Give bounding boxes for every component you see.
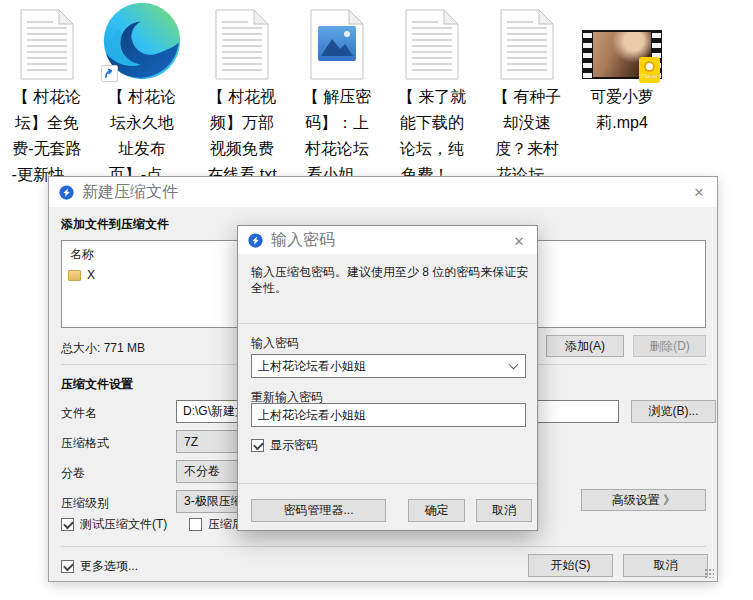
cancel-button[interactable]: 取消	[623, 554, 708, 577]
desktop-icon-file-3[interactable]: 【 村花视频】万部 视频免费在线看.txt	[196, 2, 288, 188]
checkbox-icon[interactable]	[61, 518, 74, 531]
icon-label: 可爱小萝莉.mp4	[576, 84, 668, 136]
resize-grip[interactable]	[704, 568, 714, 578]
image-file-icon	[291, 2, 383, 80]
close-icon[interactable]: ✕	[507, 230, 531, 252]
add-button[interactable]: 添加(A)	[546, 335, 624, 357]
list-item-name: X	[87, 268, 95, 282]
icon-label: 【 村花论坛永久地 址发布页】-点...	[96, 84, 188, 188]
bandizip-logo-icon	[248, 233, 263, 248]
icon-label: 【 解压密码】：上 村花论坛看小姐...	[291, 84, 383, 188]
icon-label: 【 来了就能下载的 论坛，纯免费！...	[386, 84, 478, 188]
text-document-icon	[481, 2, 573, 80]
show-password-checkbox[interactable]: 显示密码	[251, 437, 318, 454]
volume-label: 分卷	[61, 465, 85, 482]
ok-button[interactable]: 确定	[408, 499, 465, 522]
start-button[interactable]: 开始(S)	[528, 554, 613, 577]
confirm-password-input[interactable]: 上村花论坛看小姐姐	[251, 403, 526, 427]
desktop-icon-video-file[interactable]: Player 可爱小萝莉.mp4	[576, 2, 668, 136]
password-titlebar[interactable]: 输入密码 ✕	[238, 226, 537, 254]
divider	[238, 483, 537, 484]
dialog-title: 新建压缩文件	[82, 182, 178, 203]
filmstrip-sprockets-left	[583, 31, 592, 78]
folder-icon	[68, 270, 81, 281]
delete-button[interactable]: 删除(D)	[633, 335, 706, 357]
desktop-icon-file-5[interactable]: 【 来了就能下载的 论坛，纯免费！...	[386, 2, 478, 188]
desktop-icon-file-1[interactable]: 【 村花论坛】全免 费-无套路-更新快....	[1, 2, 93, 188]
new-archive-titlebar[interactable]: 新建压缩文件 ✕	[49, 177, 717, 207]
filename-label: 文件名	[61, 405, 97, 422]
checkbox-icon[interactable]	[61, 560, 74, 573]
more-options-checkbox[interactable]: 更多选项...	[61, 558, 138, 575]
after-compress-checkbox[interactable]: 压缩后	[189, 516, 244, 533]
password-hint-text: 输入压缩包密码。建议使用至少 8 位的密码来保证安全性。	[251, 264, 529, 296]
section-add-files-label: 添加文件到压缩文件	[61, 216, 169, 233]
text-document-icon	[196, 2, 288, 80]
bandizip-logo-icon	[59, 185, 74, 200]
text-document-icon	[1, 2, 93, 80]
video-thumbnail-icon: Player	[576, 2, 668, 80]
level-label: 压缩级别	[61, 495, 109, 512]
player-badge-icon: Player	[639, 57, 660, 83]
cancel-button[interactable]: 取消	[476, 499, 532, 522]
divider	[238, 323, 537, 324]
shortcut-arrow-icon	[101, 65, 118, 82]
browse-button[interactable]: 浏览(B)...	[631, 400, 716, 423]
advanced-settings-button[interactable]: 高级设置 》	[581, 489, 706, 511]
desktop-icon-edge-shortcut[interactable]: 【 村花论坛永久地 址发布页】-点...	[96, 2, 188, 188]
checkbox-icon[interactable]	[189, 518, 202, 531]
edge-browser-icon	[103, 2, 181, 80]
image-thumbnail-icon	[318, 26, 356, 61]
test-archive-checkbox[interactable]: 测试压缩文件(T)	[61, 516, 167, 533]
desktop-icon-image-file[interactable]: 【 解压密码】：上 村花论坛看小姐...	[291, 2, 383, 188]
icon-label: 【 村花论坛】全免 费-无套路-更新快....	[1, 84, 93, 188]
checkbox-icon[interactable]	[251, 439, 264, 452]
password-manager-button[interactable]: 密码管理器...	[251, 499, 386, 522]
dialog-title: 输入密码	[271, 230, 335, 251]
icon-label: 【 有种子却没速 度？来村花论坛...	[481, 84, 573, 188]
format-label: 压缩格式	[61, 435, 109, 452]
icon-label: 【 村花视频】万部 视频免费在线看.txt	[196, 84, 288, 188]
desktop: 【 村花论坛】全免 费-无套路-更新快....	[0, 0, 753, 600]
chevron-down-icon[interactable]	[509, 360, 519, 370]
enter-password-combobox[interactable]: 上村花论坛看小姐姐	[251, 354, 526, 378]
divider	[61, 546, 706, 547]
close-icon[interactable]: ✕	[687, 181, 711, 203]
enter-password-label: 输入密码	[251, 335, 299, 352]
enter-password-dialog: 输入密码 ✕ 输入压缩包密码。建议使用至少 8 位的密码来保证安全性。 输入密码…	[237, 225, 538, 531]
total-size-label: 总大小: 771 MB	[61, 340, 145, 357]
desktop-icon-file-6[interactable]: 【 有种子却没速 度？来村花论坛...	[481, 2, 573, 188]
text-document-icon	[386, 2, 478, 80]
section-archive-settings-label: 压缩文件设置	[61, 376, 133, 393]
